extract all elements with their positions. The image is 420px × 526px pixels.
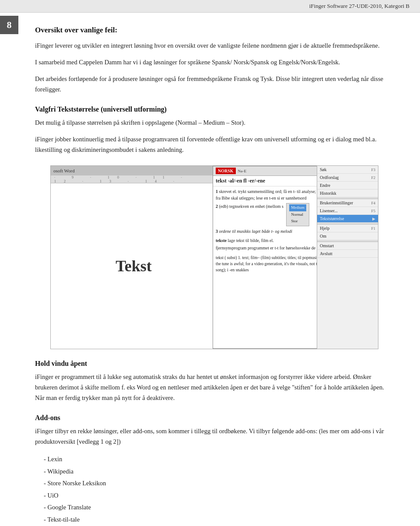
menu-item-om: Om <box>317 232 378 240</box>
addons-intro: iFinger tilbyr en rekke lønsinger, eller… <box>35 426 394 447</box>
menu-item-historikk: Historikk <box>317 189 378 197</box>
header-title: iFinger Software 27-UDE-2010, Kategori B <box>309 3 410 9</box>
screenshot-container: osoft Word · 9 · 10 · 11 · 12 · 13 · 14 … <box>50 165 378 349</box>
list-item: - UiO <box>44 490 394 502</box>
size-dropdown: Medium Normal Stor <box>286 203 309 226</box>
hold-text: iFinger er programmert til å lukke seg a… <box>35 372 394 403</box>
word-window: osoft Word · 9 · 10 · 11 · 12 · 13 · 14 … <box>51 166 217 349</box>
word-titlebar: osoft Word <box>51 166 217 175</box>
body-paragraph-3: Det arbeides fortløpende for å produsere… <box>35 74 394 95</box>
list-item: - Wikipedia <box>44 466 394 478</box>
menu-item-bruker: Brukerinnstillinger F4 <box>317 199 378 207</box>
menu-item-avslutt: Avslutt <box>317 250 378 258</box>
word-text: Tekst <box>116 257 152 275</box>
body-paragraph-1: iFinger leverer og utvikler en integrert… <box>35 41 394 51</box>
word-title: osoft Word <box>53 168 75 173</box>
list-item-google-translate: - Google Translate <box>44 501 394 514</box>
menu-item-tekststorrelse[interactable]: Tekststørrelse ▶ <box>317 215 378 223</box>
addons-section: Add-ons iFinger tilbyr en rekke lønsinge… <box>35 414 394 526</box>
addons-title: Add-ons <box>35 414 394 422</box>
list-item: - Store Norske Leksikon <box>44 477 394 490</box>
list-item: - Tekst-til-tale <box>44 514 394 526</box>
dict-badge: NORSK <box>216 168 236 174</box>
menu-item-endre: Endre <box>317 182 378 189</box>
addons-list: - Lexin - Wikipedia - Store Norske Leksi… <box>44 453 394 526</box>
menu-item-omstart: Omstart <box>317 242 378 250</box>
main-content: Oversikt over vanlige feil: iFinger leve… <box>0 13 420 526</box>
subsection-title-1: Valgfri Tekststørrelse (universell utfor… <box>35 105 394 113</box>
page-header: iFinger Software 27-UDE-2010, Kategori B <box>0 0 420 13</box>
list-item: - Lexin <box>44 453 394 466</box>
hold-section: Hold vindu åpent iFinger er programmert … <box>35 360 394 403</box>
subsection-para-1: Det mulig å tilpasse størrelsen på skrif… <box>35 118 394 128</box>
subsection-para-2: iFinger jobber kontinuerlig med å tilpas… <box>35 134 394 155</box>
menu-panel: Søk F3 Ordforslag F2 Endre Historikk Bru… <box>317 166 378 349</box>
hold-title: Hold vindu åpent <box>35 360 394 368</box>
menu-item-lisenser: Lisenser... F5 <box>317 207 378 215</box>
menu-item-sok: Søk F3 <box>317 166 378 174</box>
body-paragraph-2: I samarbeid med Cappelen Damm har vi i d… <box>35 57 394 68</box>
menu-item-hjelp: Hjelp F1 <box>317 224 378 232</box>
section-title: Oversikt over vanlige feil: <box>35 26 394 35</box>
word-content: Tekst <box>51 183 217 349</box>
word-ruler: · 9 · 10 · 11 · 12 · 13 · 14 · <box>51 175 217 183</box>
menu-item-ordforslag: Ordforslag F2 <box>317 174 378 182</box>
